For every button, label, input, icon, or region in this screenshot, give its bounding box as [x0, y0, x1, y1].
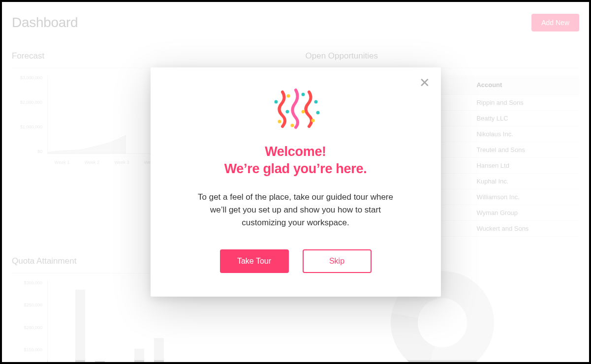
confetti-icon	[269, 87, 323, 131]
svg-point-4	[285, 110, 289, 114]
modal-heading-line1: Welcome!	[265, 144, 326, 159]
svg-point-7	[290, 124, 294, 127]
modal-heading: Welcome! We’re glad you’re here.	[175, 143, 416, 178]
svg-point-6	[278, 120, 281, 123]
svg-point-1	[286, 94, 290, 98]
svg-point-0	[274, 100, 278, 104]
svg-point-3	[314, 100, 317, 104]
modal-backdrop: ✕ Welcome! We’re glad you’re here. To ge…	[2, 2, 589, 362]
take-tour-button[interactable]: Take Tour	[220, 249, 289, 273]
skip-button[interactable]: Skip	[303, 249, 372, 273]
welcome-modal: ✕ Welcome! We’re glad you’re here. To ge…	[151, 67, 441, 296]
modal-heading-line2: We’re glad you’re here.	[224, 161, 367, 176]
modal-body-text: To get a feel of the place, take our gui…	[197, 191, 394, 230]
close-icon[interactable]: ✕	[419, 76, 430, 89]
svg-point-2	[301, 93, 305, 96]
svg-point-9	[316, 111, 319, 115]
modal-actions: Take Tour Skip	[175, 249, 416, 273]
svg-point-8	[311, 119, 314, 122]
svg-point-5	[301, 110, 305, 114]
